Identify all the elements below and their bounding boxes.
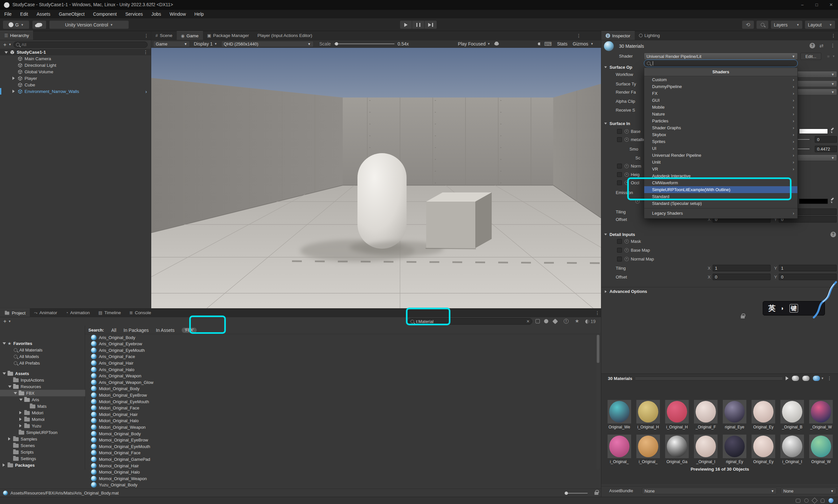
tab-scene[interactable]: # Scene [151,31,177,40]
hierarchy-item-directional-light[interactable]: Directional Light [0,62,151,68]
expander-icon[interactable] [19,418,23,421]
preview-light-icon[interactable] [802,376,809,381]
preview-drag-handle[interactable] [635,378,782,379]
project-tree-item-scripts[interactable]: Scripts [0,449,85,455]
result-item[interactable]: Aris_Original_Face [85,354,589,360]
emission-color-swatch[interactable] [799,199,828,204]
create-add-button[interactable]: + [3,42,6,48]
menu-component[interactable]: Component [89,10,121,18]
material-tile[interactable] [723,400,746,424]
material-tile[interactable] [780,435,804,458]
shader-menu-item[interactable]: FX› [644,90,798,97]
search-scope-all[interactable]: All [111,328,117,333]
result-item[interactable]: Midori_Original_Face [85,405,589,411]
step-button[interactable] [425,20,437,29]
hierarchy-item-main-camera[interactable]: Main Camera [0,55,151,62]
result-item[interactable]: Midori_Original_Weapon [85,424,589,430]
search-everything-button[interactable] [756,20,769,29]
undo-history-button[interactable]: ⟲ [742,20,754,29]
expander-icon[interactable] [19,424,23,428]
assetbundle-variant-dropdown[interactable]: None▼ [781,488,836,494]
material-tile[interactable] [752,435,775,458]
tab-game[interactable]: ◉ Game [177,31,203,40]
texture-checkbox[interactable] [617,256,622,262]
menu-file[interactable]: File [0,10,16,18]
assetbundle-dropdown[interactable]: None▼ [642,488,777,494]
result-item[interactable]: Momoi_Original_EyeBrow [85,437,589,444]
shader-menu-item[interactable]: Mobile› [644,104,798,111]
scale-slider-knob[interactable] [335,42,338,46]
project-tree-item-fbx[interactable]: FBX [0,390,85,396]
material-tile[interactable] [608,435,631,458]
texture-slot-icon[interactable] [625,164,629,168]
project-tree-item-all-models[interactable]: All Models [0,353,85,360]
project-tree-item-all-prefabs[interactable]: All Prefabs [0,360,85,366]
panel-menu-icon[interactable]: ⋮ [576,33,581,38]
foldout-arrow[interactable] [605,290,607,293]
hierarchy-search-input[interactable] [22,42,145,47]
project-tree-item-scenes[interactable]: Scenes [0,442,85,449]
project-tree-item-assets[interactable]: Assets [0,370,85,377]
status-icon-bell[interactable] [821,499,824,503]
tab-inspector[interactable]: i Inspector [601,31,635,40]
thumbnail-slider-knob[interactable] [565,491,568,495]
panel-menu-icon[interactable]: ⋮ [831,43,835,48]
project-tree-item-aris[interactable]: Aris [0,396,85,403]
result-item[interactable]: Momoi_Original_GamePad [85,456,589,463]
eyedropper-icon[interactable] [831,199,835,203]
project-tree-item-simpleurptoon[interactable]: SimpleURPToon [0,429,85,436]
result-item[interactable]: Midori_Original_Halo [85,418,589,424]
result-item[interactable]: Momoi_Original_Weapon [85,475,589,482]
project-tree-item-mats[interactable]: Mats [0,403,85,410]
panel-menu-icon[interactable]: ⋮ [144,33,149,38]
shader-menu-item[interactable]: Legacy Shaders› [644,210,798,217]
status-icon-refresh[interactable] [804,499,808,503]
tab-animation[interactable]: ◔ Animation [61,309,94,317]
preview-packages-icon[interactable] [544,319,548,323]
project-tree-item-resources[interactable]: Resources [0,383,85,390]
preview-skybox-dropdown[interactable]: ▼ [813,376,824,381]
material-tile[interactable] [723,435,746,458]
project-tree-item-midori[interactable]: Midori [0,410,85,416]
stats-button[interactable]: Stats [557,41,568,47]
project-tree-item-all-materials[interactable]: All Materials [0,346,85,353]
ime-keyboard-icon[interactable]: 键 [789,304,798,312]
result-item[interactable]: Aris_Original_Halo [85,366,589,373]
tab-project[interactable]: Project [0,309,30,317]
menu-services[interactable]: Services [121,10,147,18]
menu-help[interactable]: Help [190,10,208,18]
expander-icon[interactable] [8,385,12,388]
ime-halfwidth-icon[interactable]: ◗ [781,305,784,312]
shader-menu-item[interactable]: Universal Render Pipeline› [644,152,798,159]
project-tree-item-momoi[interactable]: Momoi [0,416,85,422]
minimize-button[interactable]: – [800,2,805,7]
texture-slot-icon[interactable] [625,248,629,252]
texture-checkbox[interactable] [617,129,622,134]
shader-menu-item[interactable]: SimpleURPToonLitExample(With Outline) [644,186,798,193]
foldout-arrow[interactable] [604,66,607,68]
result-item[interactable]: Momoi_Original_Halo [85,469,589,475]
result-item[interactable]: Midori_Original_EyeMouth [85,398,589,405]
search-token-chip[interactable]: 'FBX' [182,328,197,333]
account-button[interactable]: G ▼ [3,20,30,29]
texture-checkbox[interactable] [617,172,622,177]
tab-timeline[interactable]: ▤ Timeline [94,309,125,317]
texture-slot-icon[interactable] [625,138,629,142]
material-tile[interactable] [694,400,717,424]
chevron-down-icon[interactable]: ▼ [8,43,12,46]
material-tile[interactable] [752,400,775,424]
result-item[interactable]: Aris_Original_EyeMouth [85,347,589,354]
shader-menu-item[interactable]: Sprites› [644,138,798,145]
tab-lighting[interactable]: Lighting [635,31,664,40]
search-scope-in-assets[interactable]: In Assets [156,328,175,333]
chevron-right-icon[interactable]: › [145,89,147,94]
shader-menu-item[interactable]: CMWaveform [644,179,798,186]
tab-animator[interactable]: ⤳ Animator [30,309,61,317]
shader-menu-item[interactable]: Nature› [644,111,798,118]
scale-slider[interactable] [334,43,394,44]
material-tile[interactable] [809,400,833,424]
project-search[interactable]: ✕ [408,318,532,325]
material-tile[interactable] [636,435,660,458]
hierarchy-item-studycase1-1[interactable]: StudyCase1-1⋮ [0,49,151,55]
result-item[interactable]: Aris_Original_Weapon [85,373,589,379]
